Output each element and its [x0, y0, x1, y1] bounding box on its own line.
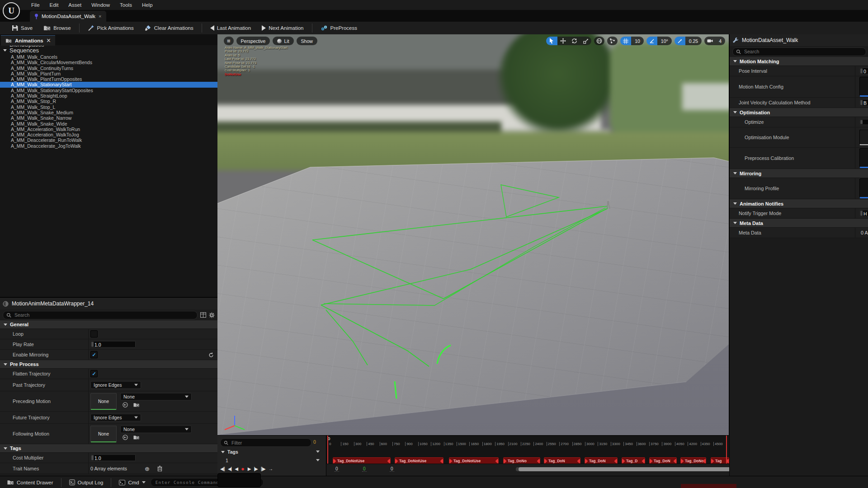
menu-help[interactable]: Help	[137, 0, 158, 10]
timeline-scrollbar[interactable]	[516, 467, 729, 471]
browse-to-asset-icon[interactable]	[133, 402, 140, 408]
animations-tab[interactable]: Animations ×	[1, 35, 55, 46]
number-field[interactable]: 1.0	[90, 341, 136, 348]
preprocess-button[interactable]: PreProcess	[315, 22, 363, 34]
asset-search-input[interactable]	[743, 48, 863, 55]
tags-track-header[interactable]: Tags	[221, 449, 238, 455]
anim-item[interactable]: A_MM_Walk_CircularMovementBends	[0, 60, 217, 65]
record-button[interactable]: ●	[241, 465, 245, 472]
asset-thumbnail[interactable]	[859, 77, 868, 97]
menu-window[interactable]: Window	[86, 0, 115, 10]
grid-snap-control[interactable]: 10	[620, 37, 644, 45]
camera-speed-value[interactable]: 4	[715, 37, 725, 45]
perspective-button[interactable]: Perspective	[236, 37, 270, 45]
viewport-menu-button[interactable]: ≡	[224, 37, 234, 45]
rotate-tool-button[interactable]	[569, 37, 580, 45]
unreal-logo-icon[interactable]: U	[3, 2, 20, 19]
skip-to-end-button[interactable]: ||▶	[261, 466, 265, 471]
lit-mode-button[interactable]: Lit	[273, 37, 293, 45]
anim-item[interactable]: A_MM_Deaccelerate_JogToWalk	[0, 143, 217, 149]
animations-panel-close-icon[interactable]: ×	[47, 37, 51, 45]
tag-notify-bar[interactable]: Tag_DoNotUse	[333, 457, 391, 464]
camera-speed-control[interactable]: 4	[704, 37, 725, 45]
delete-elements-icon[interactable]	[157, 465, 162, 471]
section-pre-process[interactable]: Pre Process	[0, 360, 217, 369]
range-start-value[interactable]: 0	[335, 466, 339, 472]
next-animation-button[interactable]: Next Animation	[256, 22, 309, 34]
tab-close-icon[interactable]: ×	[99, 14, 101, 19]
anim-item[interactable]: A_MM_Acceleration_WalkToJog	[0, 132, 217, 137]
anim-item[interactable]: A_MM_Walk_Snake_Narrow	[0, 115, 217, 121]
play-reverse-button[interactable]: ◀	[235, 466, 238, 471]
anim-item[interactable]: A_MM_Walk_Stop_L	[0, 104, 217, 110]
asset-thumbnail-none[interactable]: None	[90, 426, 117, 442]
use-selected-asset-icon[interactable]	[122, 435, 128, 440]
clear-animations-button[interactable]: Clear Animations	[139, 22, 199, 34]
gear-icon[interactable]	[209, 312, 215, 318]
move-tool-button[interactable]	[557, 37, 569, 45]
timeline-filter[interactable]	[220, 438, 311, 447]
tag-notify-bar[interactable]: Tag_DoN	[544, 457, 580, 464]
anim-item[interactable]: A_MM_Walk_Cancels	[0, 54, 217, 60]
section-motion-matching[interactable]: Motion Matching	[730, 57, 868, 66]
column-view-icon[interactable]	[200, 312, 206, 318]
scale-tool-button[interactable]	[580, 37, 591, 45]
anim-item[interactable]: A_MM_Walk_Snake_Medium	[0, 110, 217, 115]
loop-mode-button[interactable]: →	[269, 466, 273, 471]
pick-animations-button[interactable]: Pick Animations	[82, 22, 139, 34]
use-selected-asset-icon[interactable]	[122, 402, 128, 408]
anim-item[interactable]: A_MM_Walk_PlantTurn	[0, 71, 217, 76]
section-mirroring[interactable]: Mirroring	[730, 169, 868, 178]
menu-tools[interactable]: Tools	[115, 0, 137, 10]
checkbox-checked[interactable]: ✓	[90, 370, 98, 377]
play-button[interactable]: ▶	[248, 466, 251, 471]
tag-notify-bar[interactable]: Tag_DoNo	[680, 457, 706, 464]
section-animation-notifies[interactable]: Animation Notifies	[730, 199, 868, 208]
browse-to-asset-icon[interactable]	[133, 435, 140, 440]
tab-motiondataasset-walk[interactable]: MotionDataAsset_Walk ×	[30, 11, 106, 22]
tag-notify-bar[interactable]: Tag_DoN	[649, 457, 677, 464]
select-tool-button[interactable]	[546, 37, 557, 45]
save-button[interactable]: Save	[6, 22, 38, 34]
reset-to-default-icon[interactable]	[208, 352, 214, 357]
sequences-header[interactable]: Sequences	[0, 47, 39, 54]
edge-value-field[interactable]: B	[859, 99, 868, 106]
anim-item[interactable]: A_MM_Walk_StationaryStart	[0, 82, 217, 87]
last-animation-button[interactable]: Last Animation	[205, 22, 256, 34]
output-log-button[interactable]: Output Log	[64, 476, 108, 488]
snap-hierarchy-button[interactable]	[607, 37, 618, 45]
scale-snap-value[interactable]: 0.25	[685, 37, 702, 45]
rotation-snap-value[interactable]: 10°	[657, 37, 672, 45]
asset-thumbnail-none[interactable]: None	[90, 393, 117, 410]
asset-thumbnail[interactable]	[859, 148, 868, 168]
timeline-track-area[interactable]: 0 01503004506007509001050120013501500165…	[326, 436, 729, 476]
anim-item[interactable]: A_MM_Walk_ContinuityTurns	[0, 66, 217, 71]
checkbox[interactable]	[90, 330, 98, 338]
section-meta-data[interactable]: Meta Data	[730, 219, 868, 228]
anim-item[interactable]: A_MM_Walk_Snake_Wide	[0, 121, 217, 127]
asset-search[interactable]	[732, 47, 866, 56]
tag-notify-bar[interactable]: Tag_DoN	[585, 457, 618, 464]
step-back-button[interactable]: ◀|	[228, 466, 231, 471]
add-element-icon[interactable]: ⊕	[145, 465, 150, 472]
anim-item[interactable]: A_MM_Walk_Stop_R	[0, 99, 217, 104]
timeline-filter-input[interactable]	[231, 440, 308, 446]
browse-button[interactable]: Browse	[38, 22, 76, 34]
tag-notify-bar[interactable]: Tag_DoNotUse	[395, 457, 443, 464]
details-search-input[interactable]	[14, 312, 194, 318]
edge-value-field[interactable]	[859, 119, 868, 125]
content-drawer-button[interactable]: Content Drawer	[2, 476, 58, 488]
dropdown-past-trajectory[interactable]: Ignore Edges	[90, 381, 141, 389]
edge-value-field[interactable]: H	[859, 210, 868, 217]
timeline-scrollbar-thumb[interactable]	[519, 467, 729, 471]
tag-notify-bar[interactable]: Tag_D	[622, 457, 645, 464]
playhead-marker[interactable]	[327, 436, 328, 464]
tag-notify-bar[interactable]: Tag_DoNotUse	[449, 457, 499, 464]
grid-snap-value[interactable]: 10	[631, 37, 644, 45]
anim-item[interactable]: A_MM_Walk_StraightLoop	[0, 93, 217, 99]
tags-dropdown-icon[interactable]	[316, 450, 320, 453]
section-optimisation[interactable]: Optimisation	[730, 108, 868, 117]
number-field[interactable]: 1.0	[90, 455, 136, 461]
tags-track-row[interactable]: 1	[226, 458, 228, 463]
module-box[interactable]	[859, 130, 868, 145]
